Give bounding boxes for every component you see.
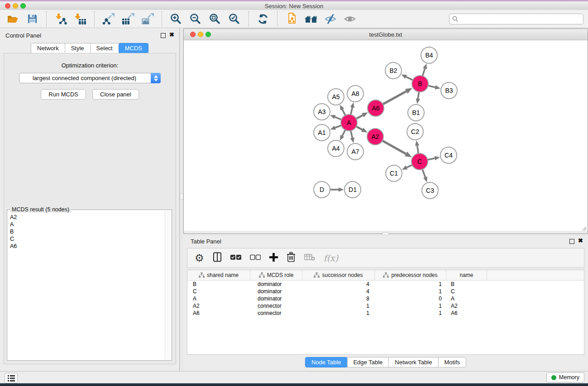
- graph-edge-A2-C[interactable]: [382, 140, 406, 154]
- resize-grip-icon[interactable]: [581, 224, 587, 233]
- graph-node-A4[interactable]: A4: [327, 140, 344, 157]
- result-item[interactable]: B: [10, 228, 165, 235]
- graph-node-A5[interactable]: A5: [327, 88, 344, 105]
- table-cell: 1: [375, 310, 446, 317]
- graph-node-C4[interactable]: C4: [440, 147, 457, 164]
- graph-node-D1[interactable]: D1: [344, 181, 361, 198]
- tab-network[interactable]: Network: [31, 43, 65, 53]
- toolbar-separator: [249, 11, 249, 27]
- splitter-handle[interactable]: [382, 232, 389, 235]
- memory-button[interactable]: Memory: [546, 372, 584, 382]
- graph-node-B1[interactable]: B1: [407, 104, 425, 121]
- node-table: shared nameMCDS rolesuccessor nodesprede…: [187, 270, 584, 355]
- deselect-all-rows-icon[interactable]: [250, 254, 261, 262]
- export-network-icon[interactable]: [100, 11, 117, 27]
- result-item[interactable]: A: [10, 221, 165, 228]
- result-item[interactable]: C: [10, 235, 165, 243]
- result-scrollbar[interactable]: [165, 210, 171, 360]
- column-header-MCDS-role[interactable]: MCDS role: [250, 270, 302, 280]
- tab-style[interactable]: Style: [65, 43, 91, 53]
- search-input[interactable]: [460, 14, 580, 24]
- save-session-icon[interactable]: [24, 11, 40, 27]
- hide-details-icon[interactable]: [322, 11, 339, 27]
- graph-node-B2[interactable]: B2: [385, 62, 402, 79]
- close-panel-button[interactable]: Close panel: [92, 89, 139, 100]
- column-header-name[interactable]: name: [446, 270, 487, 280]
- tab-mcds[interactable]: MCDS: [119, 43, 148, 53]
- result-item[interactable]: A2: [10, 214, 165, 221]
- graph-edge-A6-B[interactable]: [382, 91, 406, 105]
- mcds-result-list: A2ABCA6: [8, 211, 165, 360]
- zoom-in-icon[interactable]: [168, 11, 184, 27]
- control-panel-title: Control Panel: [5, 32, 41, 39]
- graph-node-A3[interactable]: A3: [313, 103, 330, 120]
- column-mode-icon[interactable]: [213, 252, 222, 264]
- dropdown-stepper-icon[interactable]: [151, 73, 161, 83]
- network-canvas[interactable]: B4B2BB3A8A5A6A3B1AC2A1A2A4A7C4CC1DD1C3: [184, 40, 588, 231]
- graph-node-B3[interactable]: B3: [440, 82, 458, 99]
- table-row[interactable]: Bdominator41B: [187, 281, 584, 288]
- delete-table-icon[interactable]: [304, 253, 315, 263]
- table-cell: 1: [302, 302, 375, 310]
- show-details-icon[interactable]: [342, 11, 358, 27]
- float-table-panel-icon[interactable]: [569, 239, 574, 244]
- export-image-icon[interactable]: [139, 11, 156, 27]
- refresh-layout-icon[interactable]: [255, 11, 271, 27]
- graph-edge-C-C3[interactable]: [422, 168, 425, 177]
- run-mcds-button[interactable]: Run MCDS: [41, 89, 86, 100]
- close-table-panel-icon[interactable]: ✖: [578, 237, 583, 244]
- control-tabs: NetworkStyleSelectMCDS: [31, 43, 148, 53]
- graph-node-C2[interactable]: C2: [406, 123, 424, 140]
- graph-node-A2[interactable]: A2: [367, 128, 384, 145]
- zoom-selected-icon[interactable]: [226, 11, 243, 27]
- tab-motifs[interactable]: Motifs: [438, 357, 466, 367]
- graph-node-A8[interactable]: A8: [347, 85, 364, 102]
- select-all-rows-icon[interactable]: [230, 254, 241, 262]
- graph-node-A7[interactable]: A7: [347, 143, 364, 160]
- home-icon[interactable]: [303, 11, 319, 27]
- new-network-from-file-icon[interactable]: [283, 11, 300, 27]
- table-row[interactable]: A6connector11A6: [187, 310, 584, 317]
- delete-column-icon[interactable]: [287, 252, 296, 264]
- export-table-icon[interactable]: [120, 11, 136, 27]
- table-row[interactable]: Adominator80A: [187, 295, 584, 302]
- column-header-predecessor-nodes[interactable]: predecessor nodes: [375, 270, 446, 280]
- table-panel-title: Table Panel: [191, 238, 221, 245]
- table-row[interactable]: Cdominator41C: [187, 288, 584, 295]
- close-panel-icon[interactable]: ✖: [169, 31, 174, 38]
- open-session-icon[interactable]: [5, 11, 21, 27]
- result-item[interactable]: A6: [10, 243, 165, 250]
- task-history-button[interactable]: [5, 373, 18, 383]
- graph-node-C3[interactable]: C3: [421, 182, 439, 199]
- table-cell: A2: [187, 302, 250, 310]
- float-panel-icon[interactable]: [161, 33, 166, 38]
- graph-node-A6[interactable]: A6: [367, 100, 384, 117]
- table-settings-icon[interactable]: ⚙: [195, 253, 204, 263]
- table-row[interactable]: A2connector11A2: [187, 302, 584, 310]
- graph-node-C[interactable]: C: [411, 153, 428, 170]
- zoom-fit-icon[interactable]: [207, 11, 223, 27]
- graph-node-C1[interactable]: C1: [385, 165, 402, 182]
- import-network-icon[interactable]: [53, 11, 69, 27]
- table-cell: C: [446, 288, 487, 295]
- graph-node-B[interactable]: B: [411, 75, 429, 92]
- import-table-icon[interactable]: [72, 11, 88, 27]
- zoom-out-icon[interactable]: [187, 11, 204, 27]
- add-column-icon[interactable]: [269, 253, 278, 263]
- splitter-handle[interactable]: [180, 193, 183, 200]
- graph-node-D[interactable]: D: [313, 181, 330, 198]
- toolbar-separator: [94, 11, 95, 27]
- graph-node-A[interactable]: A: [340, 114, 358, 131]
- criterion-dropdown[interactable]: largest connected component (directed): [19, 73, 161, 83]
- tab-edge-table[interactable]: Edge Table: [347, 357, 389, 367]
- graph-node-B4[interactable]: B4: [421, 47, 438, 64]
- graph-node-A1[interactable]: A1: [313, 124, 330, 141]
- optimization-criterion-label: Optimization criterion:: [4, 62, 176, 69]
- column-header-successor-nodes[interactable]: successor nodes: [302, 270, 375, 280]
- table-cell: B: [187, 281, 250, 288]
- function-builder-icon[interactable]: f(x): [324, 253, 339, 263]
- tab-network-table[interactable]: Network Table: [388, 357, 438, 367]
- column-header-shared-name[interactable]: shared name: [187, 270, 250, 280]
- tab-select[interactable]: Select: [90, 43, 119, 53]
- tab-node-table[interactable]: Node Table: [305, 357, 348, 367]
